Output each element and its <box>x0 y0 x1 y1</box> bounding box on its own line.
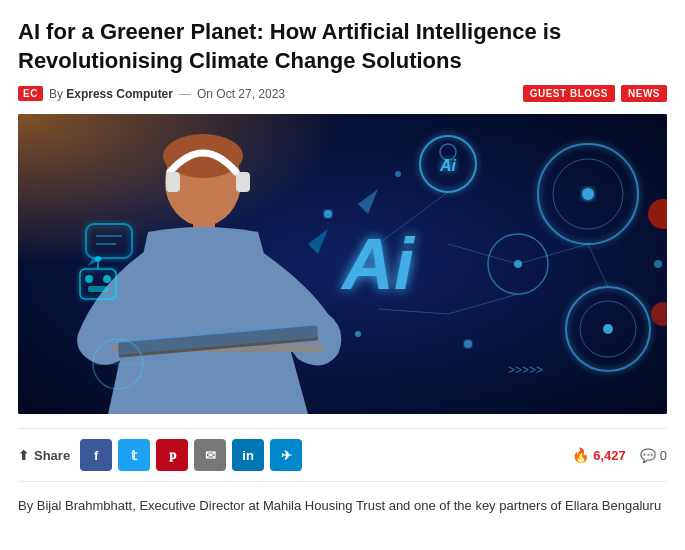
share-bar: ⬆ Share f 𝕥 𝐩 ✉ in ✈ 🔥 6,427 💬 0 <box>18 428 667 482</box>
article-image: Ai Ai >>>>> <box>18 114 667 414</box>
article-meta: EC By Express Computer — On Oct 27, 2023… <box>18 85 667 102</box>
email-share-button[interactable]: ✉ <box>194 439 226 471</box>
meta-date: On Oct 27, 2023 <box>197 87 285 101</box>
article-byline: By Bijal Brahmbhatt, Executive Director … <box>18 496 667 516</box>
article-title: AI for a Greener Planet: How Artificial … <box>18 18 667 75</box>
likes-count: 🔥 6,427 <box>572 447 626 463</box>
tag-guest-blogs[interactable]: GUEST BLOGS <box>523 85 615 102</box>
svg-rect-21 <box>88 286 108 292</box>
share-label: ⬆ Share <box>18 448 70 463</box>
comments-count: 💬 0 <box>640 448 667 463</box>
publisher-logo: EC <box>18 86 43 101</box>
facebook-share-button[interactable]: f <box>80 439 112 471</box>
share-right: 🔥 6,427 💬 0 <box>572 447 667 463</box>
meta-left: EC By Express Computer — On Oct 27, 2023 <box>18 86 285 101</box>
svg-text:>>>>>: >>>>> <box>508 363 543 377</box>
telegram-share-button[interactable]: ✈ <box>270 439 302 471</box>
fire-icon: 🔥 <box>572 447 589 463</box>
article-container: AI for a Greener Planet: How Artificial … <box>0 0 685 532</box>
share-icon: ⬆ <box>18 448 29 463</box>
svg-point-40 <box>395 171 401 177</box>
pinterest-share-button[interactable]: 𝐩 <box>156 439 188 471</box>
meta-tags: GUEST BLOGS NEWS <box>523 85 667 102</box>
meta-dash: — <box>179 87 191 101</box>
svg-point-15 <box>603 324 613 334</box>
by-text: By Express Computer <box>49 87 173 101</box>
svg-point-39 <box>464 340 472 348</box>
svg-point-37 <box>324 210 332 218</box>
tag-news[interactable]: NEWS <box>621 85 667 102</box>
comment-icon: 💬 <box>640 448 656 463</box>
svg-rect-5 <box>166 172 180 192</box>
share-left: ⬆ Share f 𝕥 𝐩 ✉ in ✈ <box>18 439 302 471</box>
svg-text:Ai: Ai <box>340 224 416 304</box>
svg-point-41 <box>654 260 662 268</box>
svg-point-38 <box>355 331 361 337</box>
svg-point-12 <box>582 188 594 200</box>
twitter-share-button[interactable]: 𝕥 <box>118 439 150 471</box>
svg-point-20 <box>103 275 111 283</box>
social-buttons: f 𝕥 𝐩 ✉ in ✈ <box>80 439 302 471</box>
svg-point-19 <box>85 275 93 283</box>
svg-rect-6 <box>236 172 250 192</box>
linkedin-share-button[interactable]: in <box>232 439 264 471</box>
